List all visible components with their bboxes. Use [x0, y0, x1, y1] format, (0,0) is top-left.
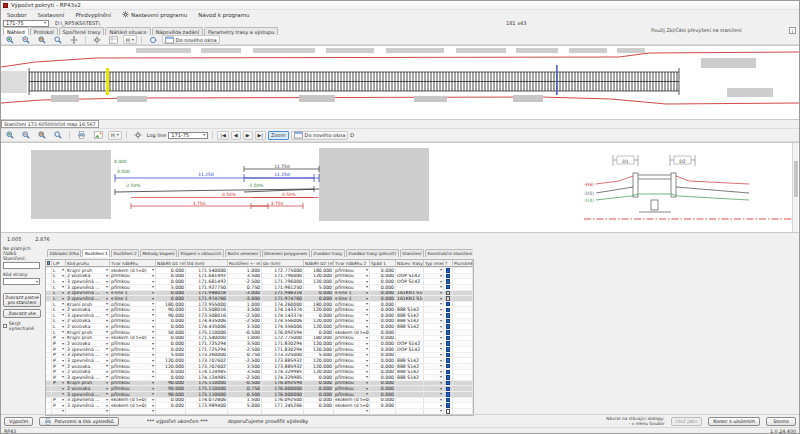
cell-sh2[interactable]: přímkou▾ — [334, 370, 370, 375]
show-all-button[interactable]: Zobrazit vše — [3, 309, 41, 318]
cell-chk[interactable] — [444, 358, 453, 363]
cell-sh2[interactable]: přímkou▾ — [334, 347, 370, 352]
info-badge[interactable]: i — [789, 27, 796, 34]
cell-chk[interactable] — [444, 336, 453, 341]
cell-int[interactable]: ▾ — [424, 319, 444, 324]
cell-lane[interactable]: Krajní pruh▾ — [66, 381, 110, 386]
cell-sh1[interactable]: přímkou▾ — [110, 347, 156, 352]
cell-chk[interactable] — [444, 302, 453, 307]
cell-lp[interactable]: L▾ — [52, 307, 66, 312]
cell-sh2[interactable]: s-line 1▾ — [334, 296, 370, 301]
cell-int[interactable]: ▾ — [424, 403, 444, 408]
cell-lp[interactable]: L▾ — [52, 330, 66, 335]
cell-sh1[interactable]: skokem (d t=0)▾ — [110, 336, 156, 341]
cell-lane[interactable]: 3 zpevněná ...▾ — [66, 347, 110, 352]
new-window-button[interactable]: Do nového okna — [162, 35, 220, 44]
cell-sh2[interactable]: přímkou▾ — [334, 268, 370, 273]
row-checkbox[interactable] — [446, 302, 451, 307]
cell-lp[interactable]: L▾ — [52, 302, 66, 307]
save-as-button[interactable]: Ulož jako — [671, 417, 703, 426]
cell-chk[interactable] — [444, 370, 453, 375]
tab-zved-n-trasy[interactable]: Zvedání trasy — [311, 249, 345, 257]
cell-chk[interactable] — [444, 291, 453, 296]
cell-sh2[interactable]: přímkou▾ — [334, 285, 370, 290]
row-checkbox[interactable] — [446, 291, 451, 296]
cell-int[interactable]: ▾ — [424, 398, 444, 403]
zoom-extents-icon[interactable] — [51, 131, 65, 140]
row-checkbox[interactable] — [446, 358, 451, 363]
tab-roz-en-2[interactable]: Rozšíření 2 — [111, 249, 139, 257]
cell-sh1[interactable]: přímkou▾ — [110, 364, 156, 369]
zoom-in-icon[interactable] — [3, 35, 17, 44]
cell-int[interactable]: ▾ — [424, 386, 444, 391]
cell-lp[interactable]: P▾ — [52, 353, 66, 358]
tab-zved-n-trasy-p-evz-t-[interactable]: Zvedání trasy (převzít) — [346, 249, 399, 257]
cell-lane[interactable]: 3 zpevněná ...▾ — [66, 403, 110, 408]
cell-lane[interactable]: 3 zpevněná ...▾ — [66, 313, 110, 318]
cell-lane[interactable]: 2 vozovka▾ — [66, 319, 110, 324]
zoom-in-icon[interactable] — [3, 131, 17, 140]
cell-lp[interactable]: ▾ — [52, 409, 66, 414]
nav-last-button[interactable]: ▶| — [255, 131, 267, 140]
cell-chk[interactable] — [444, 274, 453, 279]
image-icon[interactable] — [91, 131, 106, 140]
zoom-window-icon[interactable] — [35, 35, 49, 44]
cell-lane[interactable]: 2 vozovka▾ — [66, 386, 110, 391]
vertical-scrollbar[interactable] — [792, 143, 798, 232]
current-station-marker[interactable] — [106, 68, 109, 95]
show-valid-button[interactable]: Zobrazit platné pro staničení — [3, 293, 41, 307]
cell-sh2[interactable]: přímkou▾ — [334, 307, 370, 312]
cell-lane[interactable]: 2 vozovka▾ — [66, 341, 110, 346]
cell-chk[interactable] — [444, 347, 453, 352]
section-marker[interactable] — [556, 65, 558, 95]
cell-sh2[interactable]: skokem (d t=0)▾ — [334, 330, 370, 335]
cell-sh1[interactable]: přímkou▾ — [110, 307, 156, 312]
row-checkbox[interactable] — [446, 364, 451, 369]
row-checkbox[interactable] — [446, 392, 451, 397]
h-dropdown[interactable]: H▾ — [108, 131, 122, 140]
cell-lane[interactable]: 2 vozovka▾ — [66, 324, 110, 329]
cell-chk[interactable] — [444, 319, 453, 324]
cell-chk[interactable] — [444, 409, 453, 414]
menu-navod[interactable]: Návod k programu — [198, 12, 249, 18]
cell-int[interactable]: ▾ — [424, 336, 444, 341]
cell-sh2[interactable]: přímkou▾ — [334, 319, 370, 324]
cell-lane[interactable]: 3 zpevněná ...▾ — [66, 375, 110, 380]
cell-lane[interactable]: ▾ — [66, 409, 110, 414]
cell-sh1[interactable]: přímkou▾ — [110, 302, 156, 307]
cell-chk[interactable] — [444, 364, 453, 369]
cell-lp[interactable]: P▾ — [52, 370, 66, 375]
row-checkbox[interactable] — [446, 341, 451, 346]
side-code-combo[interactable]: ▾ — [3, 278, 40, 285]
cell-lane[interactable]: Krajní pruh▾ — [66, 268, 110, 273]
cell-lane[interactable]: 3 zpevněná ...▾ — [66, 291, 110, 296]
route-combo[interactable]: 171-75▾ — [3, 20, 49, 27]
cell-sh2[interactable]: skokem (d t=0)▾ — [334, 398, 370, 403]
cell-chk[interactable] — [444, 403, 453, 408]
cell-sh1[interactable]: přímkou▾ — [110, 341, 156, 346]
row-checkbox[interactable] — [446, 353, 451, 358]
cell-int[interactable]: ▾ — [424, 347, 444, 352]
row-checkbox[interactable] — [446, 319, 451, 324]
row-checkbox[interactable] — [446, 336, 451, 341]
cell-lp[interactable]: P▾ — [52, 341, 66, 346]
cell-lp[interactable]: ▾ — [52, 386, 66, 391]
cell-lane[interactable]: 3 zpevněná ...▾ — [66, 353, 110, 358]
cell-sh2[interactable]: přímkou▾ — [334, 313, 370, 318]
cell-int[interactable]: ▾ — [424, 358, 444, 363]
print-results-button[interactable]: Potvrzení a tisk výsledků — [39, 417, 118, 426]
cell-lp[interactable]: P▾ — [52, 381, 66, 386]
cell-sh1[interactable]: přímkou▾ — [110, 358, 156, 363]
tab-z-kladn-ka[interactable]: Základní šířka — [47, 249, 81, 257]
cell-chk[interactable] — [444, 279, 453, 284]
cell-chk[interactable] — [444, 285, 453, 290]
row-checkbox[interactable] — [446, 370, 451, 375]
row-checkbox[interactable] — [446, 347, 451, 352]
cell-chk[interactable] — [444, 330, 453, 335]
cell-sh1[interactable]: přímkou▾ — [110, 324, 156, 329]
cell-sh1[interactable]: přímkou▾ — [110, 375, 156, 380]
cell-chk[interactable] — [444, 324, 453, 329]
cell-sh2[interactable]: přímkou▾ — [334, 358, 370, 363]
cell-lp[interactable]: L▾ — [52, 274, 66, 279]
tab-klopen-v-oblouc-ch[interactable]: Klopení v obloucích — [178, 249, 224, 257]
